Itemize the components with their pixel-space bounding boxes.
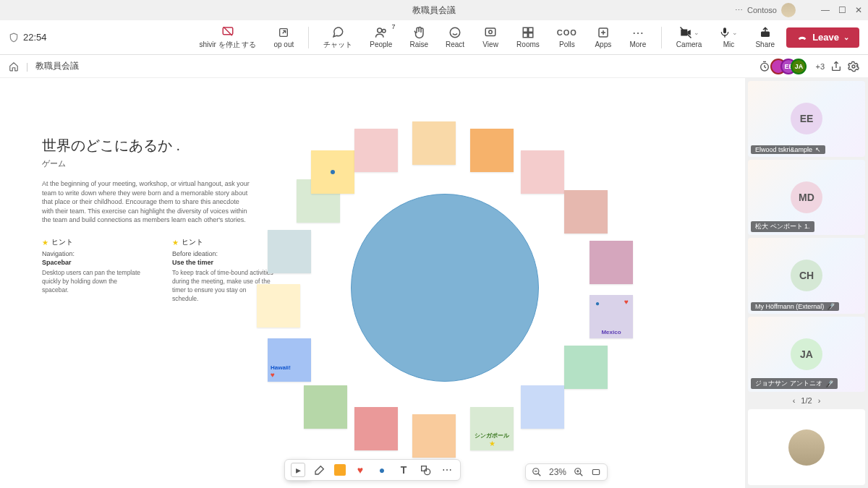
titlebar: 教職員会議 ⋯ Contoso — ☐ ✕ [0, 0, 868, 20]
sticky-note[interactable] [521, 150, 564, 194]
svg-line-26 [580, 474, 583, 476]
avatar[interactable] [781, 3, 796, 17]
participant-panel: EE Elwood tskri&ample↖ MD 松大 ベンボート 1. CH… [745, 78, 868, 488]
whiteboard-title: 教職員会議 [35, 60, 79, 72]
sticky-note[interactable] [564, 190, 608, 234]
dot-icon [331, 170, 335, 174]
chat-icon [331, 25, 344, 38]
home-icon[interactable] [9, 61, 19, 72]
view-icon [484, 26, 497, 39]
chevron-down-icon[interactable]: ⌄ [732, 29, 738, 36]
svg-rect-29 [592, 470, 599, 475]
svg-line-23 [538, 474, 541, 476]
svg-rect-20 [422, 466, 427, 471]
pager-next[interactable]: › [818, 396, 821, 405]
svg-point-21 [425, 469, 430, 475]
svg-rect-8 [523, 27, 527, 32]
sticky-note[interactable] [470, 129, 514, 172]
whiteboard-canvas[interactable]: 世界のどこにあるか . ゲーム At the beginning of your… [0, 78, 745, 488]
window-title: 教職員会議 [412, 4, 456, 17]
wb-subtitle: ゲーム [42, 158, 259, 169]
window-controls: — ☐ ✕ [821, 5, 862, 15]
rooms-button[interactable]: Rooms [511, 25, 545, 50]
shield-icon [9, 33, 19, 43]
leave-button[interactable]: Leave ⌄ [786, 27, 859, 48]
view-button[interactable]: View [476, 25, 505, 50]
hint-navigation: ヒント Navigation: Spacebar Desktop users c… [42, 237, 143, 304]
reaction-tool[interactable]: ♥ [353, 463, 367, 477]
cursor-tool[interactable]: ▸ [291, 463, 305, 477]
chat-button[interactable]: チャット [318, 24, 358, 51]
sticky-note[interactable] [311, 150, 354, 194]
sticky-note-mexico[interactable]: ● ♥ Mexico [590, 295, 633, 338]
polls-button[interactable]: COO Polls [551, 25, 583, 50]
camera-off-icon [679, 26, 692, 39]
react-button[interactable]: React [440, 25, 470, 50]
participant-pager: ‹ 1/2 › [748, 395, 865, 406]
shape-tool[interactable] [418, 463, 433, 477]
polls-icon: COO [557, 26, 577, 39]
share-icon [759, 26, 772, 39]
gear-icon[interactable] [848, 61, 859, 72]
stop-share-icon [221, 25, 235, 38]
participant-avatar[interactable]: JA [791, 59, 807, 74]
participant-tile[interactable]: EE Elwood tskri&ample↖ [748, 81, 865, 157]
sticky-note[interactable] [590, 241, 633, 284]
camera-button[interactable]: ⌄ Camera [671, 25, 708, 50]
sticky-note[interactable] [354, 407, 398, 450]
sticky-note[interactable] [412, 121, 456, 165]
timer-icon[interactable] [759, 61, 770, 72]
maximize-button[interactable]: ☐ [838, 5, 846, 15]
meeting-timer: 22:54 [9, 32, 47, 43]
fit-button[interactable] [591, 467, 601, 477]
sticky-note[interactable] [304, 385, 347, 429]
pager-prev[interactable]: ‹ [793, 396, 796, 405]
sticky-note[interactable] [564, 346, 608, 389]
participant-tile[interactable]: CH My Höffrnann (External)🎤̸ [748, 238, 865, 314]
stop-sharing-button[interactable]: shivir を停止 する [194, 24, 263, 51]
comment-tool[interactable]: ● [375, 463, 389, 477]
cursor-icon: ↖ [815, 146, 821, 153]
avatar: MD [791, 181, 822, 213]
sticky-tool[interactable] [334, 464, 346, 476]
pen-tool[interactable] [312, 463, 327, 477]
share-button[interactable]: Share [749, 25, 780, 50]
more-button[interactable]: ⋯ More [624, 25, 652, 50]
mic-button[interactable]: ⌄ Mic [713, 25, 744, 50]
participant-tile[interactable]: MD 松大 ベンボート 1. [748, 160, 865, 236]
chevron-down-icon[interactable]: ⌄ [843, 33, 849, 41]
close-button[interactable]: ✕ [855, 5, 862, 15]
people-button[interactable]: 7 People [364, 25, 398, 50]
chevron-down-icon[interactable]: ⌄ [694, 29, 699, 36]
svg-rect-11 [529, 33, 533, 38]
self-tile[interactable] [748, 409, 865, 485]
zoom-out-button[interactable] [532, 467, 542, 477]
sticky-note[interactable] [521, 385, 564, 429]
heart-icon: ♥ [624, 298, 629, 306]
share-out-icon[interactable] [830, 61, 842, 72]
minimize-button[interactable]: — [821, 5, 830, 15]
rooms-icon [522, 26, 535, 39]
zoom-in-button[interactable] [574, 467, 584, 477]
sticky-note-singapore[interactable]: シンガポール ★ [470, 407, 514, 450]
svg-point-5 [450, 27, 460, 38]
popout-button[interactable]: op out [268, 25, 299, 50]
hangup-icon [796, 32, 808, 43]
sticky-note[interactable] [257, 284, 300, 328]
whiteboard-toolbar: ▸ ♥ ● T ⋯ [284, 459, 461, 481]
participant-tile[interactable]: JA ジョナサン アントニオ🎤̸ [748, 317, 865, 393]
sticky-note[interactable] [412, 414, 456, 458]
sticky-note-hawaii[interactable]: Hawaii! ♥ [268, 338, 311, 382]
text-tool[interactable]: T [396, 463, 411, 477]
raise-hand-button[interactable]: Raise [404, 25, 434, 50]
more-tools[interactable]: ⋯ [440, 463, 454, 477]
whiteboard-header: | 教職員会議 EE JA +3 [0, 55, 868, 78]
center-circle[interactable] [351, 194, 539, 382]
apps-button[interactable]: Apps [589, 25, 618, 50]
whiteboard-intro: 世界のどこにあるか . ゲーム At the beginning of your… [42, 136, 259, 225]
svg-point-19 [852, 65, 855, 68]
sticky-note[interactable] [268, 230, 311, 273]
zoom-level: 23% [549, 467, 566, 477]
participant-overflow[interactable]: +3 [815, 62, 825, 71]
sticky-note[interactable] [354, 129, 398, 172]
